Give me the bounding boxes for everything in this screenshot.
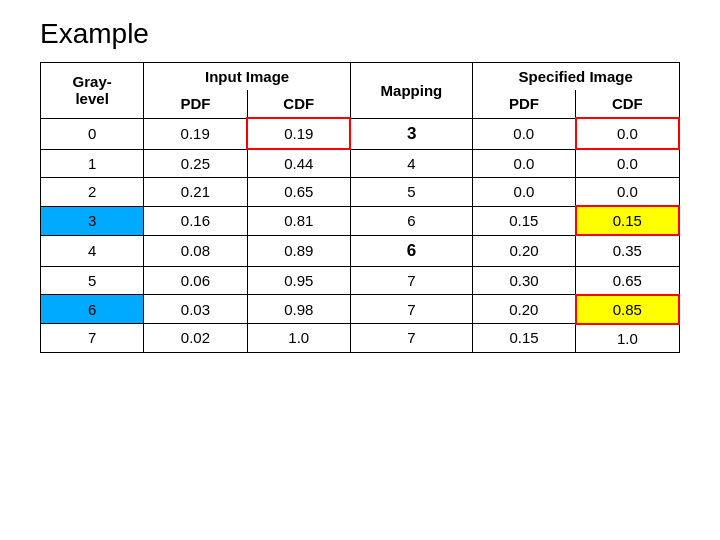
- input-pdf-cell: 0.02: [144, 324, 247, 353]
- table-container: Gray-level Input Image Mapping Specified…: [0, 62, 720, 353]
- output-cdf-cell: 0.65: [576, 266, 679, 295]
- mapping-cell: 7: [350, 266, 472, 295]
- input-cdf-cell: 0.95: [247, 266, 350, 295]
- graylevel-cell: 2: [41, 178, 144, 207]
- graylevel-cell: 1: [41, 149, 144, 178]
- input-cdf-cell: 0.19: [247, 118, 350, 149]
- mapping-cell: 3: [350, 118, 472, 149]
- output-cdf-cell: 0.15: [576, 206, 679, 235]
- graylevel-cell: 7: [41, 324, 144, 353]
- input-cdf-cell: 0.98: [247, 295, 350, 324]
- mapping-header: Mapping: [350, 63, 472, 119]
- input-cdf-cell: 1.0: [247, 324, 350, 353]
- output-cdf-cell: 0.0: [576, 118, 679, 149]
- input-pdf-cell: 0.25: [144, 149, 247, 178]
- input-cdf-cell: 0.65: [247, 178, 350, 207]
- graylevel-header: Gray-level: [41, 63, 144, 119]
- input-pdf-cell: 0.16: [144, 206, 247, 235]
- mapping-cell: 7: [350, 295, 472, 324]
- mapping-cell: 7: [350, 324, 472, 353]
- output-cdf-cell: 1.0: [576, 324, 679, 353]
- specified-image-header: Specified Image: [472, 63, 679, 91]
- input-cdf-cell: 0.81: [247, 206, 350, 235]
- input-pdf-cell: 0.03: [144, 295, 247, 324]
- mapping-cell: 6: [350, 206, 472, 235]
- out-cdf-header: CDF: [576, 90, 679, 118]
- mapping-cell: 5: [350, 178, 472, 207]
- in-cdf-header: CDF: [247, 90, 350, 118]
- input-cdf-cell: 0.89: [247, 235, 350, 266]
- graylevel-cell: 5: [41, 266, 144, 295]
- output-pdf-cell: 0.0: [472, 149, 575, 178]
- out-pdf-header: PDF: [472, 90, 575, 118]
- graylevel-cell: 3: [41, 206, 144, 235]
- input-pdf-cell: 0.19: [144, 118, 247, 149]
- input-pdf-cell: 0.06: [144, 266, 247, 295]
- input-pdf-cell: 0.21: [144, 178, 247, 207]
- output-cdf-cell: 0.0: [576, 149, 679, 178]
- in-pdf-header: PDF: [144, 90, 247, 118]
- graylevel-cell: 6: [41, 295, 144, 324]
- output-pdf-cell: 0.15: [472, 324, 575, 353]
- output-pdf-cell: 0.15: [472, 206, 575, 235]
- output-pdf-cell: 0.0: [472, 178, 575, 207]
- mapping-cell: 6: [350, 235, 472, 266]
- input-image-header: Input Image: [144, 63, 351, 91]
- input-pdf-cell: 0.08: [144, 235, 247, 266]
- output-cdf-cell: 0.0: [576, 178, 679, 207]
- graylevel-cell: 4: [41, 235, 144, 266]
- input-cdf-cell: 0.44: [247, 149, 350, 178]
- graylevel-cell: 0: [41, 118, 144, 149]
- output-pdf-cell: 0.20: [472, 295, 575, 324]
- output-cdf-cell: 0.35: [576, 235, 679, 266]
- page-title: Example: [0, 0, 720, 62]
- main-table: Gray-level Input Image Mapping Specified…: [40, 62, 680, 353]
- output-pdf-cell: 0.30: [472, 266, 575, 295]
- output-pdf-cell: 0.0: [472, 118, 575, 149]
- mapping-cell: 4: [350, 149, 472, 178]
- output-cdf-cell: 0.85: [576, 295, 679, 324]
- output-pdf-cell: 0.20: [472, 235, 575, 266]
